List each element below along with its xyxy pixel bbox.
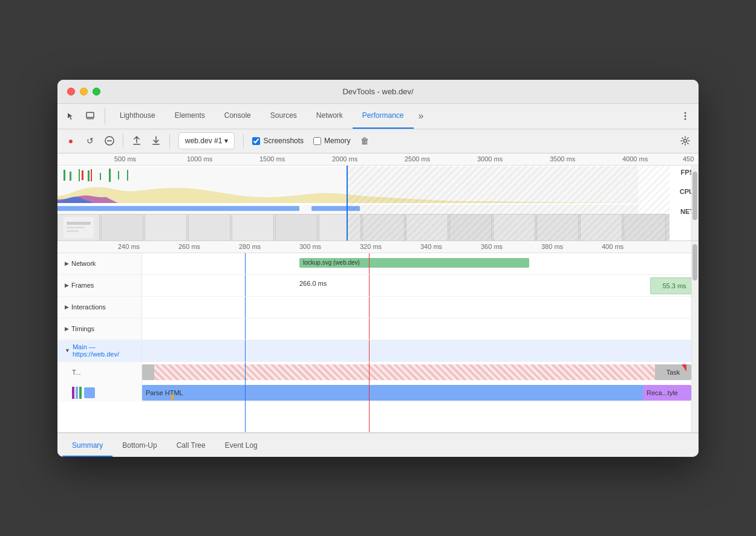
bottom-tabs: Summary Bottom-Up Call Tree Event Log bbox=[57, 433, 699, 457]
more-options-icon[interactable] bbox=[677, 108, 694, 124]
url-selector[interactable]: web.dev #1 ▾ bbox=[178, 132, 235, 149]
svg-rect-20 bbox=[91, 169, 92, 181]
maximize-button[interactable] bbox=[93, 88, 100, 95]
overview-scrollbar[interactable] bbox=[691, 166, 699, 241]
tab-event-log[interactable]: Event Log bbox=[215, 435, 267, 457]
tick-280: 280 ms bbox=[239, 243, 261, 250]
blue-cursor-main bbox=[245, 340, 246, 361]
timings-expand-icon[interactable]: ▶ bbox=[65, 326, 69, 332]
upload-button[interactable] bbox=[128, 132, 145, 149]
parse-html-bar[interactable]: Parse HTML bbox=[142, 385, 662, 401]
download-button[interactable] bbox=[148, 132, 165, 149]
main-thread-track: ▼ Main — https://web.dev/ bbox=[57, 340, 699, 362]
close-button[interactable] bbox=[67, 88, 75, 95]
color-bar-green bbox=[79, 387, 82, 399]
svg-rect-28 bbox=[67, 230, 79, 232]
frames-duration: 266.0 ms bbox=[299, 280, 327, 287]
memory-checkbox-item[interactable]: Memory bbox=[313, 137, 350, 145]
memory-checkbox[interactable] bbox=[313, 137, 321, 145]
blue-cursor-line bbox=[245, 253, 246, 274]
tab-summary[interactable]: Summary bbox=[62, 435, 112, 457]
timings-track-label[interactable]: ▶ Timings bbox=[57, 318, 142, 340]
svg-point-3 bbox=[685, 115, 686, 117]
frames-expand-icon[interactable]: ▶ bbox=[65, 282, 69, 288]
ruler-tick-450: 450 bbox=[680, 153, 694, 165]
svg-rect-7 bbox=[133, 144, 140, 145]
parse-html-content: Parse HTML Reca...tyle bbox=[142, 383, 699, 403]
tab-performance[interactable]: Performance bbox=[353, 104, 414, 129]
screenshots-checkbox-item[interactable]: Screenshots bbox=[252, 137, 304, 145]
detail-scrollbar-thumb[interactable] bbox=[692, 244, 697, 280]
fps-chart bbox=[57, 167, 638, 184]
tick-320: 320 ms bbox=[360, 243, 382, 250]
svg-rect-17 bbox=[118, 171, 119, 179]
main-thread-expand-icon[interactable]: ▼ bbox=[65, 347, 70, 354]
reload-button[interactable]: ↺ bbox=[82, 132, 99, 149]
svg-rect-14 bbox=[88, 170, 90, 181]
main-toolbar: Lighthouse Elements Console Sources Netw… bbox=[57, 104, 699, 129]
screenshots-checkbox[interactable] bbox=[252, 137, 260, 145]
scrollbar-thumb[interactable] bbox=[692, 172, 697, 220]
task-row-indent: T... bbox=[57, 362, 142, 383]
blue-cursor-frames bbox=[245, 275, 246, 296]
cursor-icon[interactable] bbox=[62, 108, 79, 124]
minimize-button[interactable] bbox=[80, 88, 88, 95]
svg-rect-13 bbox=[79, 169, 80, 181]
interactions-track-content bbox=[142, 297, 699, 318]
red-cursor-line bbox=[369, 253, 370, 274]
settings-button[interactable] bbox=[677, 132, 694, 149]
tab-sources[interactable]: Sources bbox=[261, 104, 307, 129]
toolbar-icons bbox=[62, 108, 105, 124]
delete-recording-button[interactable]: 🗑 bbox=[356, 132, 373, 149]
empty-track-area bbox=[57, 402, 699, 432]
interactions-expand-icon[interactable]: ▶ bbox=[65, 304, 69, 310]
svg-point-4 bbox=[685, 118, 686, 120]
ruler-tick-4000: 4000 ms bbox=[620, 153, 648, 165]
network-bar[interactable]: lockup.svg (web.dev) bbox=[299, 258, 529, 268]
frames-track-label[interactable]: ▶ Frames bbox=[57, 275, 142, 296]
svg-rect-16 bbox=[109, 169, 111, 182]
red-cursor-timings bbox=[369, 318, 370, 340]
interactions-track-label[interactable]: ▶ Interactions bbox=[57, 297, 142, 318]
detail-scrollbar[interactable] bbox=[691, 241, 699, 432]
red-cursor-parse bbox=[369, 383, 370, 403]
tab-bottom-up[interactable]: Bottom-Up bbox=[112, 435, 166, 457]
dock-icon[interactable] bbox=[82, 108, 99, 124]
tab-network[interactable]: Network bbox=[307, 104, 353, 129]
color-bar-purple bbox=[72, 387, 74, 399]
recalculate-style-bar[interactable]: Reca...tyle bbox=[643, 385, 691, 401]
frames-track: ▶ Frames 266.0 ms 55.3 ms bbox=[57, 275, 699, 297]
timeline-overview[interactable]: 500 ms 1000 ms 1500 ms 2000 ms 2500 ms 3… bbox=[57, 153, 699, 241]
tick-340: 340 ms bbox=[420, 243, 442, 250]
ruler-tick-500: 500 ms bbox=[112, 153, 136, 165]
tick-260: 260 ms bbox=[178, 243, 200, 250]
tab-call-tree[interactable]: Call Tree bbox=[167, 435, 215, 457]
window-title: DevTools - web.dev/ bbox=[342, 87, 413, 96]
blue-cursor-task bbox=[245, 362, 246, 383]
task-bar-main[interactable] bbox=[142, 364, 668, 380]
svg-rect-11 bbox=[64, 170, 65, 181]
more-tabs-button[interactable]: » bbox=[414, 111, 429, 121]
tab-console[interactable]: Console bbox=[215, 104, 261, 129]
traffic-lights bbox=[67, 88, 100, 95]
svg-rect-12 bbox=[70, 172, 71, 181]
clear-button[interactable] bbox=[101, 132, 118, 149]
tab-lighthouse[interactable]: Lighthouse bbox=[110, 104, 165, 129]
network-expand-icon[interactable]: ▶ bbox=[65, 260, 69, 266]
svg-rect-27 bbox=[67, 227, 85, 228]
network-track-label[interactable]: ▶ Network bbox=[57, 253, 142, 274]
main-thread-label[interactable]: ▼ Main — https://web.dev/ bbox=[57, 340, 142, 361]
tick-360: 360 ms bbox=[481, 243, 503, 250]
ruler-tick-1500: 1500 ms bbox=[257, 153, 285, 165]
tab-elements[interactable]: Elements bbox=[165, 104, 215, 129]
task-row: T... Task bbox=[57, 362, 699, 383]
svg-rect-18 bbox=[127, 170, 128, 181]
yellow-marker bbox=[171, 395, 174, 399]
svg-rect-23 bbox=[57, 206, 299, 211]
interactions-track: ▶ Interactions bbox=[57, 297, 699, 318]
tick-400: 400 ms bbox=[602, 243, 624, 250]
tick-380: 380 ms bbox=[541, 243, 563, 250]
toolbar-end bbox=[677, 108, 694, 124]
net-chart bbox=[57, 205, 638, 213]
record-button[interactable]: ● bbox=[62, 132, 79, 149]
